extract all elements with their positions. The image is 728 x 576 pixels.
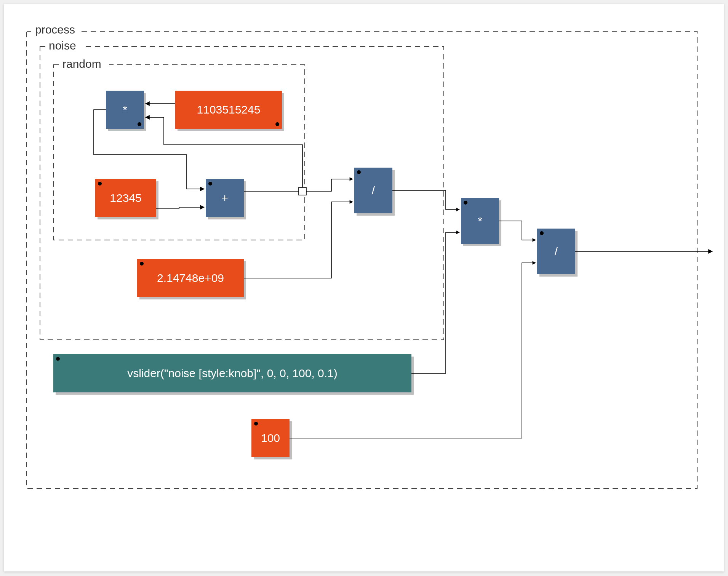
node-mul2: * bbox=[461, 198, 501, 246]
svg-point-29 bbox=[540, 231, 544, 235]
node-mul1: * bbox=[106, 91, 146, 131]
node-const-12345-label: 12345 bbox=[110, 192, 141, 204]
node-const-100-label: 100 bbox=[261, 432, 280, 444]
node-vslider-label: vslider("noise [style:knob]", 0, 0, 100,… bbox=[127, 367, 338, 379]
svg-rect-36 bbox=[299, 187, 306, 195]
node-div1-label: / bbox=[372, 184, 375, 197]
svg-point-14 bbox=[98, 182, 102, 186]
svg-point-11 bbox=[275, 122, 279, 126]
node-const-100: 100 bbox=[251, 419, 292, 459]
faust-block-diagram: process noise random * 1103515245 12345 … bbox=[4, 4, 724, 571]
node-add-label: + bbox=[221, 192, 228, 204]
node-const-12345: 12345 bbox=[95, 179, 158, 219]
node-div2-label: / bbox=[555, 245, 558, 258]
node-const-1103515245: 1103515245 bbox=[175, 91, 284, 131]
node-const-214748e09-label: 2.14748e+09 bbox=[157, 272, 224, 284]
svg-point-8 bbox=[138, 122, 141, 126]
node-mul2-label: * bbox=[478, 214, 482, 227]
svg-point-23 bbox=[357, 170, 361, 174]
svg-point-20 bbox=[140, 262, 144, 266]
svg-point-26 bbox=[464, 201, 467, 205]
node-div1: / bbox=[354, 168, 395, 216]
node-mul1-label: * bbox=[123, 103, 127, 116]
group-label-process: process bbox=[35, 23, 75, 36]
node-vslider: vslider("noise [style:knob]", 0, 0, 100,… bbox=[53, 354, 414, 395]
group-label-noise: noise bbox=[49, 39, 76, 52]
node-div2: / bbox=[537, 229, 578, 277]
node-add: + bbox=[206, 179, 246, 219]
svg-point-35 bbox=[254, 422, 258, 426]
group-label-random: random bbox=[62, 58, 101, 70]
svg-point-32 bbox=[56, 357, 60, 361]
node-const-1103515245-label: 1103515245 bbox=[197, 103, 261, 116]
svg-point-17 bbox=[208, 182, 212, 186]
node-const-214748e09: 2.14748e+09 bbox=[137, 259, 246, 299]
